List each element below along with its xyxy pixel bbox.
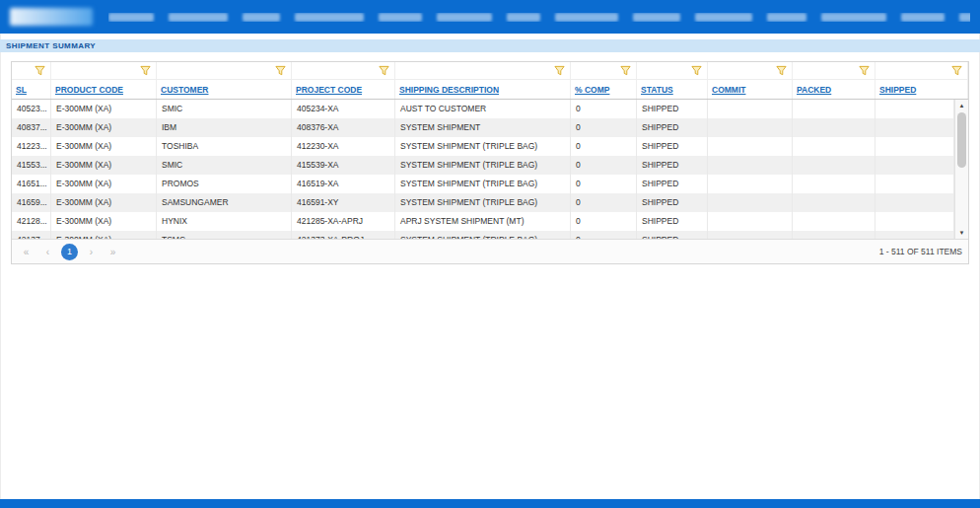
scroll-up-icon[interactable]: ▲ bbox=[955, 100, 968, 111]
cell-packed bbox=[793, 193, 875, 212]
filter-icon-shipped[interactable] bbox=[951, 65, 962, 76]
cell-status: SHIPPED bbox=[637, 156, 708, 175]
column-header-packed[interactable]: PACKED bbox=[797, 85, 831, 95]
nav-menu-item[interactable] bbox=[633, 13, 680, 22]
first-page-button[interactable]: « bbox=[18, 244, 35, 260]
cell-commit bbox=[708, 175, 793, 193]
cell-product-code: E-300MM (XA) bbox=[51, 156, 157, 175]
column-header-sl[interactable]: SL bbox=[16, 85, 27, 95]
next-page-button[interactable]: › bbox=[83, 244, 100, 260]
cell-packed bbox=[793, 118, 875, 137]
column-header-commit[interactable]: COMMIT bbox=[712, 85, 745, 95]
cell-shipping-description: SYSTEM SHIPMENT bbox=[395, 118, 571, 137]
cell-status: SHIPPED bbox=[637, 212, 708, 231]
table-row[interactable]: 42128...E-300MM (XA)HYNIX421285-XA-APRJA… bbox=[12, 212, 954, 231]
nav-menu-item[interactable] bbox=[901, 13, 945, 22]
cell-packed bbox=[793, 156, 875, 175]
filter-icon-status[interactable] bbox=[691, 65, 702, 76]
column-header-row: SLPRODUCT CODECUSTOMERPROJECT CODESHIPPI… bbox=[12, 80, 968, 100]
filter-icon-packed[interactable] bbox=[859, 65, 870, 76]
cell-sl: 41659... bbox=[12, 193, 51, 212]
column-header-customer[interactable]: CUSTOMER bbox=[161, 85, 209, 95]
cell-project-code: 421285-XA-APRJ bbox=[292, 212, 395, 231]
filter-icon-product-code[interactable] bbox=[140, 65, 151, 76]
table-row[interactable]: 41651...E-300MM (XA)PROMOS416519-XASYSTE… bbox=[12, 175, 954, 193]
filter-row bbox=[12, 62, 968, 80]
filter-icon-shipping-description[interactable] bbox=[554, 65, 565, 76]
scrollbar-thumb[interactable] bbox=[957, 112, 966, 168]
vertical-scrollbar[interactable]: ▲ ▼ bbox=[954, 100, 968, 239]
nav-menu-item[interactable] bbox=[555, 13, 618, 22]
cell-comp: 0 bbox=[571, 118, 637, 137]
cell-commit bbox=[708, 212, 793, 231]
table-row[interactable]: 41659...E-300MM (XA)SAMSUNGAMER416591-XY… bbox=[12, 193, 954, 212]
header-cell: PRODUCT CODE bbox=[51, 80, 157, 99]
cell-comp: 0 bbox=[571, 156, 637, 175]
nav-menu-item[interactable] bbox=[108, 13, 154, 22]
cell-commit bbox=[708, 193, 793, 212]
cell-sl: 42137... bbox=[12, 231, 51, 239]
nav-menu-item[interactable] bbox=[243, 13, 280, 22]
filter-cell bbox=[12, 62, 51, 79]
cell-shipping-description: AUST TO CUSTOMER bbox=[395, 100, 571, 118]
filter-icon-comp[interactable] bbox=[620, 65, 631, 76]
current-page-indicator[interactable]: 1 bbox=[61, 244, 78, 260]
cell-comp: 0 bbox=[571, 137, 637, 156]
nav-menu-item[interactable] bbox=[821, 13, 886, 22]
column-header-project-code[interactable]: PROJECT CODE bbox=[296, 85, 362, 95]
cell-packed bbox=[793, 175, 875, 193]
table-row[interactable]: 40837...E-300MM (XA)IBM408376-XASYSTEM S… bbox=[12, 118, 954, 137]
cell-shipping-description: SYSTEM SHIPMENT (TRIPLE BAG) bbox=[395, 231, 571, 239]
cell-product-code: E-300MM (XA) bbox=[51, 193, 157, 212]
header-cell: SHIPPING DESCRIPTION bbox=[395, 80, 571, 99]
column-header-status[interactable]: STATUS bbox=[641, 85, 673, 95]
filter-icon-project-code[interactable] bbox=[379, 65, 389, 76]
filter-icon-customer[interactable] bbox=[275, 65, 286, 76]
nav-menu-item[interactable] bbox=[379, 13, 422, 22]
cell-commit bbox=[708, 100, 793, 118]
filter-cell bbox=[395, 62, 571, 79]
table-row[interactable]: 42137...E-300MM (XA)TSMC421373-XA-PROJSY… bbox=[12, 231, 954, 239]
cell-sl: 40837... bbox=[12, 118, 51, 137]
column-header-comp[interactable]: % COMP bbox=[575, 85, 609, 95]
grid-body: 40523...E-300MM (XA)SMIC405234-XAAUST TO… bbox=[12, 100, 968, 239]
column-header-shipping-description[interactable]: SHIPPING DESCRIPTION bbox=[399, 85, 499, 95]
last-page-button[interactable]: » bbox=[105, 244, 121, 260]
cell-project-code: 405234-XA bbox=[292, 100, 395, 118]
nav-menu-item[interactable] bbox=[767, 13, 806, 22]
filter-icon-sl[interactable] bbox=[35, 65, 45, 76]
header-cell: PROJECT CODE bbox=[292, 80, 395, 99]
header-cell: SL bbox=[12, 80, 51, 99]
table-row[interactable]: 41223...E-300MM (XA)TOSHIBA412230-XASYST… bbox=[12, 137, 954, 156]
nav-menu-item[interactable] bbox=[959, 13, 970, 22]
nav-menu-item[interactable] bbox=[695, 13, 752, 22]
table-row[interactable]: 40523...E-300MM (XA)SMIC405234-XAAUST TO… bbox=[12, 100, 954, 118]
cell-comp: 0 bbox=[571, 100, 637, 118]
column-header-product-code[interactable]: PRODUCT CODE bbox=[55, 85, 123, 95]
nav-menu-item[interactable] bbox=[437, 13, 492, 22]
filter-cell bbox=[875, 62, 968, 79]
column-header-shipped[interactable]: SHIPPED bbox=[879, 85, 916, 95]
filter-cell bbox=[637, 62, 708, 79]
cell-customer: HYNIX bbox=[157, 212, 292, 231]
cell-shipping-description: SYSTEM SHIPMENT (TRIPLE BAG) bbox=[395, 156, 571, 175]
filter-icon-commit[interactable] bbox=[776, 65, 787, 76]
scroll-down-icon[interactable]: ▼ bbox=[955, 227, 968, 239]
cell-commit bbox=[708, 156, 793, 175]
cell-sl: 41553... bbox=[12, 156, 51, 175]
prev-page-button[interactable]: ‹ bbox=[39, 244, 56, 260]
nav-menu-item[interactable] bbox=[295, 13, 364, 22]
nav-menu-item[interactable] bbox=[169, 13, 228, 22]
cell-status: SHIPPED bbox=[637, 175, 708, 193]
shipment-summary-grid: SLPRODUCT CODECUSTOMERPROJECT CODESHIPPI… bbox=[11, 61, 969, 264]
filter-cell bbox=[51, 62, 157, 79]
header-cell: CUSTOMER bbox=[157, 80, 292, 99]
cell-packed bbox=[793, 100, 875, 118]
table-row[interactable]: 41553...E-300MM (XA)SMIC415539-XASYSTEM … bbox=[12, 156, 954, 175]
cell-commit bbox=[708, 137, 793, 156]
cell-shipped bbox=[875, 137, 954, 156]
cell-project-code: 415539-XA bbox=[292, 156, 395, 175]
cell-customer: IBM bbox=[157, 118, 292, 137]
cell-commit bbox=[708, 118, 793, 137]
nav-menu-item[interactable] bbox=[507, 13, 540, 22]
